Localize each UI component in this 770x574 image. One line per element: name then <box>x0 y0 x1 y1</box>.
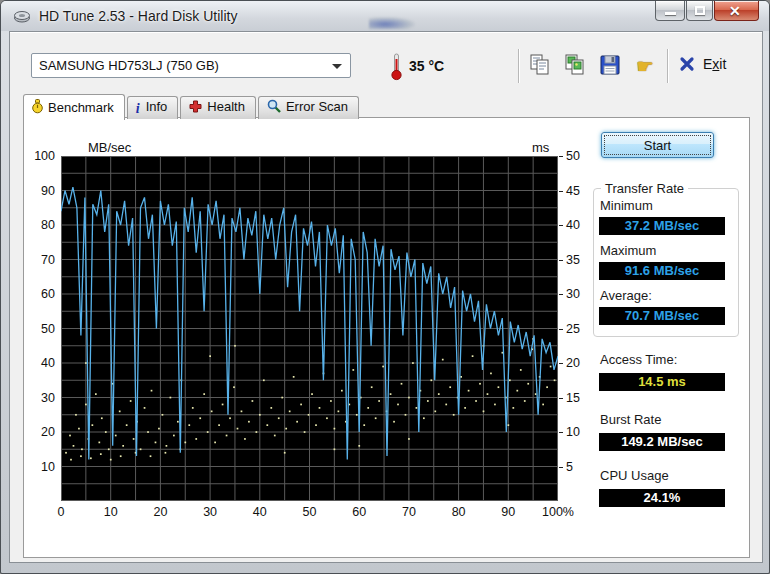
axis-tick-mark <box>559 329 563 330</box>
benchmark-stopwatch-icon <box>32 99 43 117</box>
left-axis-label: MB/sec <box>88 140 131 155</box>
axis-tick-label: 50 <box>288 505 332 519</box>
copy-screenshot-button[interactable] <box>563 53 589 79</box>
right-axis-label: ms <box>532 140 549 155</box>
copy-text-button[interactable] <box>528 53 554 79</box>
average-label: Average: <box>600 288 652 303</box>
copy-icon <box>528 53 552 77</box>
access-time-label: Access Time: <box>600 352 677 367</box>
axis-tick-label: 30 <box>566 287 596 301</box>
axis-tick-label: 25 <box>566 322 596 336</box>
exit-label: Exit <box>703 56 726 72</box>
burst-rate-label: Burst Rate <box>600 412 661 427</box>
minimize-button[interactable] <box>655 1 685 21</box>
window-controls: ✕ <box>655 1 760 23</box>
tab-error-scan[interactable]: Error Scan <box>258 96 359 119</box>
access-time-value: 14.5 ms <box>599 373 725 391</box>
maximize-button[interactable] <box>686 1 713 21</box>
tab-label: Benchmark <box>48 100 114 115</box>
exit-button[interactable]: Exit <box>679 55 726 79</box>
maximize-icon <box>695 6 705 15</box>
axis-tick-mark <box>559 398 563 399</box>
hd-tune-window: HD Tune 2.53 - Hard Disk Utility ✕ SAMSU… <box>0 0 770 574</box>
axis-tick-label: 100% <box>536 505 580 519</box>
window-title: HD Tune 2.53 - Hard Disk Utility <box>39 8 237 24</box>
axis-tick-mark <box>559 156 563 157</box>
axis-tick-label: 40 <box>566 218 596 232</box>
axis-tick-label: 80 <box>28 218 55 232</box>
axis-tick-label: 90 <box>486 505 530 519</box>
tab-health[interactable]: Health <box>180 96 256 119</box>
magnifier-icon <box>267 99 281 116</box>
axis-tick-mark <box>559 294 563 295</box>
app-icon <box>13 7 31 25</box>
axis-tick-label: 30 <box>28 391 55 405</box>
minimum-value: 37.2 MB/sec <box>599 217 725 235</box>
tab-info[interactable]: iInfo <box>127 96 179 119</box>
tab-benchmark[interactable]: Benchmark <box>23 94 125 120</box>
axis-tick-mark <box>559 225 563 226</box>
benchmark-plot <box>61 156 558 501</box>
axis-tick-label: 10 <box>89 505 133 519</box>
maximum-value: 91.6 MB/sec <box>599 262 725 280</box>
tab-label: Health <box>207 99 245 114</box>
maximum-label: Maximum <box>600 243 656 258</box>
axis-tick-label: 15 <box>566 391 596 405</box>
temperature-value: 35 °C <box>409 58 444 74</box>
axis-tick-mark <box>559 191 563 192</box>
copy-image-icon <box>563 53 587 77</box>
axis-tick-label: 20 <box>28 425 55 439</box>
axis-tick-label: 10 <box>28 460 55 474</box>
axis-tick-label: 60 <box>28 287 55 301</box>
axis-tick-label: 0 <box>39 505 83 519</box>
drive-select[interactable]: SAMSUNG HD753LJ (750 GB) <box>31 53 351 78</box>
thermometer-icon <box>389 51 403 85</box>
health-cross-icon <box>189 100 202 116</box>
minimum-label: Minimum <box>600 198 653 213</box>
axis-tick-label: 100 <box>28 149 55 163</box>
hand-tools-button[interactable]: ☛ <box>632 53 658 79</box>
hand-tools-icon: ☛ <box>632 53 658 79</box>
titlebar[interactable]: HD Tune 2.53 - Hard Disk Utility ✕ <box>1 1 770 31</box>
tab-bar: Benchmark iInfo Health Error Scan <box>23 94 361 118</box>
axis-tick-mark <box>559 467 563 468</box>
minimize-icon <box>665 12 676 15</box>
axis-tick-label: 45 <box>566 184 596 198</box>
axis-tick-label: 5 <box>566 460 596 474</box>
start-button[interactable]: Start <box>601 132 714 158</box>
axis-tick-label: 90 <box>28 184 55 198</box>
save-screenshot-button[interactable] <box>598 53 624 79</box>
burst-rate-value: 149.2 MB/sec <box>599 433 725 451</box>
cpu-usage-label: CPU Usage <box>600 468 669 483</box>
exit-x-icon <box>679 56 695 72</box>
toolbar-separator <box>518 49 519 83</box>
save-icon <box>598 53 622 77</box>
average-value: 70.7 MB/sec <box>599 307 725 325</box>
transfer-rate-group-label: Transfer Rate <box>601 181 688 196</box>
axis-tick-label: 40 <box>238 505 282 519</box>
axis-tick-label: 20 <box>566 356 596 370</box>
chevron-down-icon <box>332 64 342 69</box>
close-button[interactable]: ✕ <box>714 1 759 21</box>
tab-label: Info <box>146 99 168 114</box>
tab-label: Error Scan <box>286 99 348 114</box>
toolbar-separator <box>667 49 668 83</box>
axis-tick-label: 30 <box>188 505 232 519</box>
cpu-usage-value: 24.1% <box>599 489 725 507</box>
axis-tick-label: 70 <box>28 253 55 267</box>
axis-tick-label: 80 <box>437 505 481 519</box>
axis-tick-label: 50 <box>566 149 596 163</box>
axis-tick-label: 10 <box>566 425 596 439</box>
close-icon: ✕ <box>729 3 741 19</box>
drive-select-value: SAMSUNG HD753LJ (750 GB) <box>39 58 219 73</box>
axis-tick-label: 70 <box>387 505 431 519</box>
axis-tick-label: 40 <box>28 356 55 370</box>
axis-tick-mark <box>559 363 563 364</box>
axis-tick-label: 50 <box>28 322 55 336</box>
axis-tick-label: 35 <box>566 253 596 267</box>
info-icon: i <box>136 101 140 117</box>
axis-tick-mark <box>559 260 563 261</box>
axis-tick-label: 60 <box>337 505 381 519</box>
axis-tick-label: 20 <box>138 505 182 519</box>
background-window-artifact <box>369 17 415 29</box>
